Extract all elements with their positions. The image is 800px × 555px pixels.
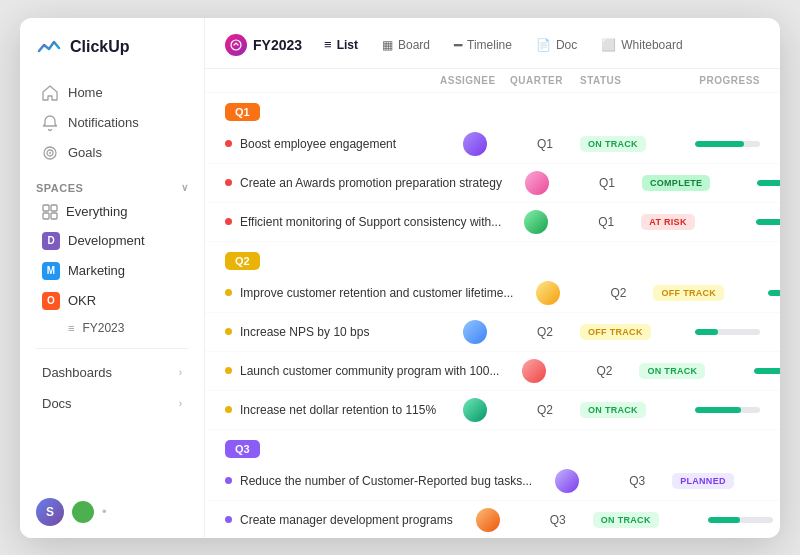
assignee-cell (532, 469, 602, 493)
content-area: Q1 Boost employee engagement Q1 ON TRACK… (205, 93, 780, 538)
col-header-assignee: ASSIGNEE (440, 75, 510, 86)
spaces-section-header: Spaces ∨ (20, 168, 204, 198)
table-row[interactable]: Boost employee engagement Q1 ON TRACK (205, 125, 780, 164)
assignee-cell (440, 320, 510, 344)
task-dot (225, 367, 232, 374)
status-cell: OFF TRACK (653, 285, 743, 301)
sidebar-item-development[interactable]: D Development (26, 226, 198, 256)
status-cell: ON TRACK (639, 363, 729, 379)
main-content: FY2023 ≡ List ▦ Board ━ Timeline 📄 Doc ⬜… (205, 18, 780, 538)
q1-section: Q1 Boost employee engagement Q1 ON TRACK… (205, 93, 780, 242)
sidebar-item-dashboards[interactable]: Dashboards › (26, 357, 198, 388)
logo-area: ClickUp (20, 34, 204, 78)
progress-bar (708, 517, 773, 523)
fy-icon (225, 34, 247, 56)
task-text: Improve customer retention and customer … (240, 286, 513, 300)
sidebar-divider (36, 348, 188, 349)
board-tab-icon: ▦ (382, 38, 393, 52)
task-text: Increase NPS by 10 bps (240, 325, 369, 339)
sidebar-footer: S • (20, 486, 204, 538)
bell-icon (42, 115, 58, 131)
task-dot (225, 218, 232, 225)
status-badge: ON TRACK (580, 402, 646, 418)
status-cell: AT RISK (641, 214, 731, 230)
progress-bar (757, 180, 780, 186)
task-dot (225, 140, 232, 147)
table-row[interactable]: Launch customer community program with 1… (205, 352, 780, 391)
progress-fill (768, 290, 780, 296)
table-row[interactable]: Increase net dollar retention to 115% Q2… (205, 391, 780, 430)
sidebar-sub-fy2023[interactable]: ≡ FY2023 (26, 316, 198, 340)
marketing-dot: M (42, 262, 60, 280)
sidebar-item-docs[interactable]: Docs › (26, 388, 198, 419)
tab-board[interactable]: ▦ Board (372, 33, 440, 57)
tab-list[interactable]: ≡ List (314, 32, 368, 57)
progress-bar (768, 290, 780, 296)
user-avatar (463, 320, 487, 344)
quarter-cell: Q2 (583, 286, 653, 300)
table-row[interactable]: Create manager development programs Q3 O… (205, 501, 780, 538)
quarter-cell: Q2 (510, 325, 580, 339)
col-header-status: STATUS (580, 75, 670, 86)
status-badge: OFF TRACK (580, 324, 651, 340)
home-icon (42, 85, 58, 101)
sidebar-item-everything[interactable]: Everything (26, 198, 198, 226)
quarter-cell: Q1 (572, 176, 642, 190)
task-name-cell: Launch customer community program with 1… (225, 364, 499, 378)
progress-fill (695, 141, 744, 147)
sidebar-marketing-label: Marketing (68, 263, 125, 278)
sidebar: ClickUp Home Notifications Goals Spaces … (20, 18, 205, 538)
sidebar-fy2023-label: FY2023 (82, 321, 124, 335)
progress-bar (695, 329, 760, 335)
whiteboard-tab-icon: ⬜ (601, 38, 616, 52)
sidebar-item-okr[interactable]: O OKR (26, 286, 198, 316)
task-text: Increase net dollar retention to 115% (240, 403, 436, 417)
table-row[interactable]: Create an Awards promotion preparation s… (205, 164, 780, 203)
user-avatar (476, 508, 500, 532)
spaces-chevron[interactable]: ∨ (181, 182, 189, 193)
goals-icon (42, 145, 58, 161)
task-name-cell: Boost employee engagement (225, 137, 440, 151)
progress-fill (708, 517, 741, 523)
col-header-progress: PROGRESS (670, 75, 760, 86)
table-row[interactable]: Improve customer retention and customer … (205, 274, 780, 313)
table-row[interactable]: Reduce the number of Customer-Reported b… (205, 462, 780, 501)
q1-label: Q1 (225, 103, 260, 121)
task-dot (225, 516, 232, 523)
task-name-cell: Improve customer retention and customer … (225, 286, 513, 300)
col-header-quarter: QUARTER (510, 75, 580, 86)
quarter-cell: Q2 (510, 403, 580, 417)
tab-doc[interactable]: 📄 Doc (526, 33, 587, 57)
tab-whiteboard[interactable]: ⬜ Whiteboard (591, 33, 692, 57)
tab-timeline[interactable]: ━ Timeline (444, 32, 522, 58)
user-avatar (524, 210, 548, 234)
progress-cell (670, 329, 760, 335)
assignee-cell (440, 398, 510, 422)
table-row[interactable]: Increase NPS by 10 bps Q2 OFF TRACK (205, 313, 780, 352)
svg-point-2 (49, 152, 51, 154)
q3-label: Q3 (225, 440, 260, 458)
user-avatar (522, 359, 546, 383)
quarter-cell: Q2 (569, 364, 639, 378)
task-name-cell: Create an Awards promotion preparation s… (225, 176, 502, 190)
user-avatar (555, 469, 579, 493)
table-row[interactable]: Efficient monitoring of Support consiste… (205, 203, 780, 242)
sidebar-item-marketing[interactable]: M Marketing (26, 256, 198, 286)
svg-rect-6 (51, 213, 57, 219)
quarter-cell: Q3 (523, 513, 593, 527)
status-badge: ON TRACK (639, 363, 705, 379)
task-text: Boost employee engagement (240, 137, 396, 151)
status-cell: ON TRACK (593, 512, 683, 528)
list-tab-label: List (337, 38, 358, 52)
sidebar-item-notifications[interactable]: Notifications (26, 108, 198, 138)
sidebar-item-home[interactable]: Home (26, 78, 198, 108)
fy2023-icon: ≡ (68, 322, 74, 334)
progress-fill (695, 329, 718, 335)
svg-point-7 (231, 40, 241, 50)
clickup-logo-icon (36, 34, 62, 60)
grid-icon (42, 204, 58, 220)
sidebar-item-goals[interactable]: Goals (26, 138, 198, 168)
user-avatar[interactable]: S (36, 498, 64, 526)
status-cell: ON TRACK (580, 402, 670, 418)
task-dot (225, 289, 232, 296)
